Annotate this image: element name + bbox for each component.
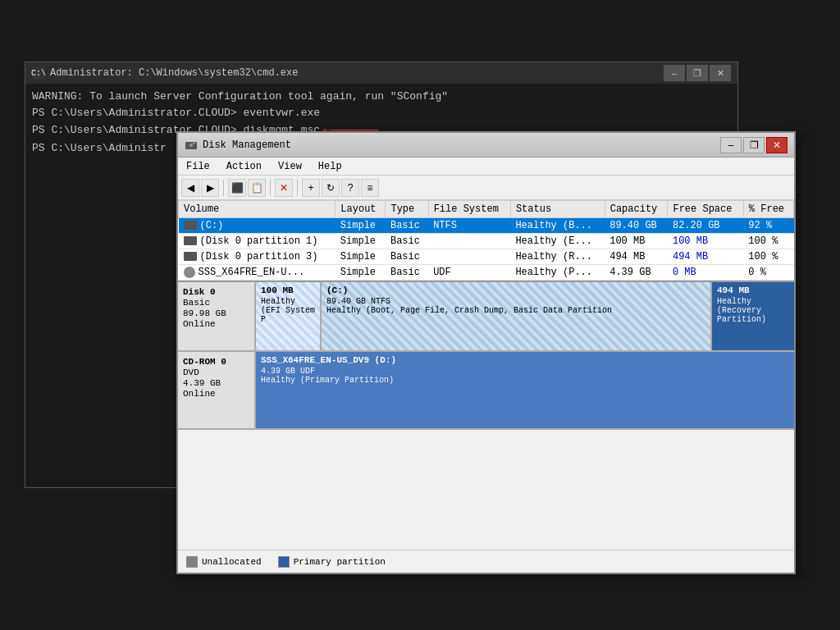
cell-status: Healthy (B...	[510, 218, 605, 234]
disk-titlebar-left: Disk Management	[185, 139, 291, 152]
efi-size-label: 100 MB	[261, 285, 315, 295]
cell-capacity: 494 MB	[605, 249, 668, 265]
disk0-partitions: 100 MB Healthy (EFI System P (C:) 89.40 …	[256, 282, 794, 350]
toolbar-forward-button[interactable]: ▶	[201, 179, 219, 197]
table-row[interactable]: (Disk 0 partition 1) Simple Basic Health…	[179, 234, 794, 249]
legend-primary-box	[278, 556, 290, 568]
disk0-status: Online	[183, 319, 249, 329]
disk-management-window: Disk Management – ❐ ✕ File Action View H…	[176, 131, 796, 574]
legend-primary-label: Primary partition	[294, 557, 386, 567]
svg-point-1	[189, 144, 193, 147]
col-type: Type	[386, 201, 428, 218]
toolbar-refresh-button[interactable]: ↻	[322, 179, 340, 197]
col-freespace: Free Space	[668, 201, 743, 218]
disk0-efi-partition[interactable]: 100 MB Healthy (EFI System P	[256, 282, 322, 350]
col-capacity: Capacity	[605, 201, 668, 218]
main-content: Volume Layout Type File System Status Ca…	[178, 200, 794, 573]
cell-freespace: 100 MB	[668, 234, 743, 249]
toolbar-sep-3	[297, 180, 298, 196]
cmd-icon: C:\	[32, 66, 45, 80]
cell-filesystem: NTFS	[428, 218, 510, 234]
menu-file[interactable]: File	[178, 159, 218, 174]
cmd-title: Administrator: C:\Windows\system32\cmd.e…	[50, 67, 298, 79]
table-row[interactable]: (C:) Simple Basic NTFS Healthy (B... 89.…	[179, 218, 794, 234]
c-drive-label: (C:)	[326, 285, 705, 295]
dvd-health: Healthy (Primary Partition)	[261, 376, 789, 385]
disk0-name: Disk 0	[183, 287, 249, 297]
cdrom0-name: CD-ROM 0	[183, 357, 249, 367]
cell-pctfree: 100 %	[743, 249, 793, 265]
col-volume: Volume	[179, 201, 336, 218]
cdrom0-dvd-partition[interactable]: SSS_X64FRE_EN-US_DV9 (D:) 4.39 GB UDF He…	[256, 352, 794, 428]
cdrom0-type: DVD	[183, 368, 249, 377]
cmd-restore-button[interactable]: ❐	[687, 65, 708, 81]
toolbar-delete-button[interactable]: ✕	[275, 179, 293, 197]
cell-pctfree: 0 %	[743, 265, 793, 281]
c-drive-health: Healthy (Boot, Page File, Crash Dump, Ba…	[326, 306, 705, 315]
cell-freespace: 494 MB	[668, 249, 743, 265]
cell-volume: (Disk 0 partition 3)	[179, 249, 336, 265]
cell-capacity: 89.40 GB	[605, 218, 668, 234]
cell-capacity: 4.39 GB	[605, 265, 668, 281]
cell-volume: (Disk 0 partition 1)	[179, 234, 336, 249]
menu-action[interactable]: Action	[218, 159, 270, 174]
table-header-row: Volume Layout Type File System Status Ca…	[179, 201, 794, 218]
cell-type: Basic	[386, 265, 428, 281]
toolbar-sep-1	[223, 180, 224, 196]
cdrom0-status: Online	[183, 389, 249, 399]
cell-volume: (C:)	[179, 218, 336, 234]
disk0-size: 89.98 GB	[183, 308, 249, 318]
cell-status: Healthy (P...	[510, 265, 605, 281]
cell-freespace: 82.20 GB	[668, 218, 743, 234]
table-row[interactable]: SSS_X64FRE_EN-U... Simple Basic UDF Heal…	[179, 265, 794, 281]
table-row[interactable]: (Disk 0 partition 3) Simple Basic Health…	[179, 249, 794, 265]
disk0-recovery-partition[interactable]: 494 MB Healthy (Recovery Partition)	[712, 282, 794, 350]
cmd-titlebar: C:\ Administrator: C:\Windows\system32\c…	[25, 62, 737, 84]
toolbar-properties-button[interactable]: 📋	[248, 179, 266, 197]
disk0-type: Basic	[183, 298, 249, 308]
disk-visual-area: Disk 0 Basic 89.98 GB Online 100 MB Heal…	[178, 281, 794, 550]
cmd-minimize-button[interactable]: –	[664, 65, 685, 81]
disk-mgmt-title: Disk Management	[203, 139, 291, 151]
toolbar-back-button[interactable]: ◀	[181, 179, 199, 197]
volume-table: Volume Layout Type File System Status Ca…	[178, 200, 794, 281]
disk-minimize-button[interactable]: –	[720, 137, 742, 153]
cmd-titlebar-left: C:\ Administrator: C:\Windows\system32\c…	[32, 66, 298, 80]
volume-table-area: Volume Layout Type File System Status Ca…	[178, 200, 794, 281]
cell-type: Basic	[386, 218, 428, 234]
disk0-c-partition[interactable]: (C:) 89.40 GB NTFS Healthy (Boot, Page F…	[322, 282, 712, 350]
dvd-size-fs: 4.39 GB UDF	[261, 367, 789, 376]
cell-type: Basic	[386, 249, 428, 265]
cell-capacity: 100 MB	[605, 234, 668, 249]
cell-freespace: 0 MB	[668, 265, 743, 281]
cdrom0-row: CD-ROM 0 DVD 4.39 GB Online SSS_X64FRE_E…	[178, 352, 794, 430]
cdrom0-size: 4.39 GB	[183, 378, 249, 388]
disk-mgmt-icon	[185, 139, 198, 152]
efi-health-label: Healthy (EFI System P	[261, 297, 315, 324]
cell-type: Basic	[386, 234, 428, 249]
cmd-close-button[interactable]: ✕	[710, 65, 731, 81]
cdrom0-partitions: SSS_X64FRE_EN-US_DV9 (D:) 4.39 GB UDF He…	[256, 352, 794, 428]
cell-status: Healthy (R...	[510, 249, 605, 265]
cmd-line-2: PS C:\Users\Administrator.CLOUD> eventvw…	[32, 105, 731, 121]
cell-status: Healthy (E...	[510, 234, 605, 249]
disk-titlebar-buttons: – ❐ ✕	[720, 137, 788, 153]
recovery-size-label: 494 MB	[717, 285, 789, 295]
toolbar-extra-button[interactable]: ≡	[361, 179, 379, 197]
menu-help[interactable]: Help	[310, 159, 350, 174]
disk-close-button[interactable]: ✕	[766, 137, 788, 153]
disk-titlebar: Disk Management – ❐ ✕	[178, 133, 794, 158]
legend-unallocated: Unallocated	[186, 556, 262, 568]
toolbar-up-button[interactable]: ⬛	[228, 179, 246, 197]
legend-unallocated-box	[186, 556, 198, 568]
toolbar-add-button[interactable]: +	[302, 179, 320, 197]
cell-filesystem: UDF	[428, 265, 510, 281]
legend-unallocated-label: Unallocated	[202, 557, 262, 567]
menu-view[interactable]: View	[270, 159, 310, 174]
cell-layout: Simple	[336, 265, 386, 281]
disk0-row: Disk 0 Basic 89.98 GB Online 100 MB Heal…	[178, 282, 794, 352]
disk-restore-button[interactable]: ❐	[743, 137, 765, 153]
disk0-info: Disk 0 Basic 89.98 GB Online	[178, 282, 256, 350]
cell-pctfree: 100 %	[743, 234, 793, 249]
toolbar-help-button[interactable]: ?	[341, 179, 359, 197]
